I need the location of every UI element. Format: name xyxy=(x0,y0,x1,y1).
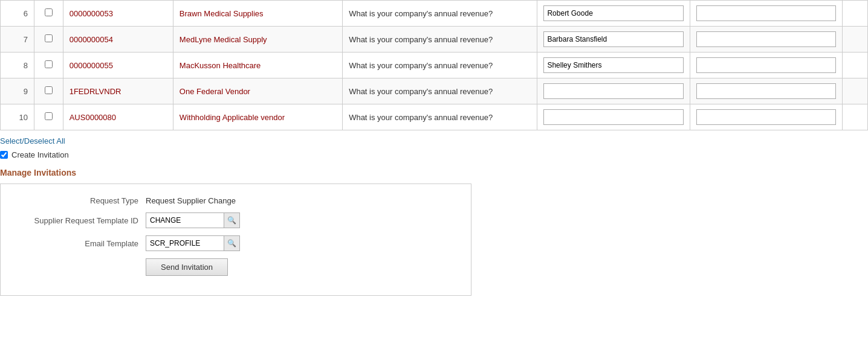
search-icon: 🔍 xyxy=(227,239,236,247)
vendor-name: One Federal Vendor xyxy=(173,78,342,104)
email-template-row: Email Template 🔍 xyxy=(13,235,459,251)
row-checkbox-cell xyxy=(34,1,63,27)
row-number: 8 xyxy=(1,53,34,78)
vendors-table: 6 0000000053 Brawn Medical Supplies What… xyxy=(0,0,868,130)
vendor-input1[interactable] xyxy=(543,5,683,21)
row-number: 9 xyxy=(1,78,34,104)
vendor-question: What is your company's annual revenue? xyxy=(343,53,537,78)
supplier-template-row: Supplier Request Template ID 🔍 xyxy=(13,212,459,228)
vendor-question: What is your company's annual revenue? xyxy=(343,104,537,130)
vendor-name: Brawn Medical Supplies xyxy=(173,1,342,27)
email-template-input[interactable] xyxy=(146,235,224,251)
vendor-input2[interactable] xyxy=(696,109,836,125)
vendor-input2-cell xyxy=(690,53,842,78)
vendor-input1-cell xyxy=(537,1,690,27)
vendor-input1-cell xyxy=(537,53,690,78)
table-row: 8 0000000055 MacKusson Healthcare What i… xyxy=(1,53,868,78)
vendor-question: What is your company's annual revenue? xyxy=(343,27,537,53)
email-template-search-button[interactable]: 🔍 xyxy=(224,235,240,251)
vendor-id: AUS0000080 xyxy=(63,104,173,130)
table-row: 10 AUS0000080 Withholding Applicable ven… xyxy=(1,104,868,130)
table-row: 9 1FEDRLVNDR One Federal Vendor What is … xyxy=(1,78,868,104)
vendor-input1-cell xyxy=(537,27,690,53)
vendor-input1-cell xyxy=(537,78,690,104)
row-extra xyxy=(842,78,867,104)
supplier-template-input[interactable] xyxy=(146,212,224,228)
row-checkbox[interactable] xyxy=(45,60,53,68)
vendor-id: 0000000054 xyxy=(63,27,173,53)
create-invitation-label: Create Invitation xyxy=(11,150,69,159)
row-checkbox-cell xyxy=(34,27,63,53)
invitation-box: Request Type Request Supplier Change Sup… xyxy=(0,184,471,296)
row-checkbox[interactable] xyxy=(45,8,53,16)
vendor-name: Withholding Applicable vendor xyxy=(173,104,342,130)
row-checkbox-cell xyxy=(34,104,63,130)
search-icon: 🔍 xyxy=(227,216,236,225)
vendor-name: MacKusson Healthcare xyxy=(173,53,342,78)
vendor-input1[interactable] xyxy=(543,83,683,99)
vendor-input2-cell xyxy=(690,27,842,53)
vendor-question: What is your company's annual revenue? xyxy=(343,1,537,27)
manage-invitations-title: Manage Invitations xyxy=(0,168,868,177)
vendor-input2[interactable] xyxy=(696,31,836,47)
vendor-question: What is your company's annual revenue? xyxy=(343,78,537,104)
send-invitation-row: Send Invitation xyxy=(13,258,459,276)
row-checkbox[interactable] xyxy=(45,34,53,42)
row-checkbox[interactable] xyxy=(45,112,53,120)
vendor-id: 0000000055 xyxy=(63,53,173,78)
table-row: 7 0000000054 MedLyne Medical Supply What… xyxy=(1,27,868,53)
vendor-input2[interactable] xyxy=(696,57,836,73)
request-type-label: Request Type xyxy=(13,196,146,205)
email-template-label: Email Template xyxy=(13,239,146,248)
supplier-template-search-button[interactable]: 🔍 xyxy=(224,212,240,228)
vendor-input1[interactable] xyxy=(543,31,683,47)
send-invitation-button[interactable]: Send Invitation xyxy=(146,258,228,276)
vendor-input1[interactable] xyxy=(543,57,683,73)
select-deselect-link[interactable]: Select/Deselect All xyxy=(0,136,65,145)
row-extra xyxy=(842,53,867,78)
vendor-input2-cell xyxy=(690,104,842,130)
row-checkbox[interactable] xyxy=(45,86,53,94)
vendor-input1[interactable] xyxy=(543,109,683,125)
supplier-template-input-group: 🔍 xyxy=(146,212,240,228)
row-checkbox-cell xyxy=(34,78,63,104)
vendor-id: 0000000053 xyxy=(63,1,173,27)
row-number: 7 xyxy=(1,27,34,53)
row-extra xyxy=(842,1,867,27)
row-checkbox-cell xyxy=(34,53,63,78)
vendor-id: 1FEDRLVNDR xyxy=(63,78,173,104)
table-row: 6 0000000053 Brawn Medical Supplies What… xyxy=(1,1,868,27)
row-number: 6 xyxy=(1,1,34,27)
vendor-input2-cell xyxy=(690,78,842,104)
vendor-input2[interactable] xyxy=(696,83,836,99)
row-extra xyxy=(842,104,867,130)
request-type-row: Request Type Request Supplier Change xyxy=(13,196,459,205)
row-extra xyxy=(842,27,867,53)
create-invitation-checkbox[interactable] xyxy=(0,151,8,159)
request-type-value: Request Supplier Change xyxy=(146,196,236,205)
email-template-input-group: 🔍 xyxy=(146,235,240,251)
row-number: 10 xyxy=(1,104,34,130)
vendor-input2-cell xyxy=(690,1,842,27)
vendor-input2[interactable] xyxy=(696,5,836,21)
vendor-name: MedLyne Medical Supply xyxy=(173,27,342,53)
vendor-input1-cell xyxy=(537,104,690,130)
supplier-template-label: Supplier Request Template ID xyxy=(13,216,146,225)
